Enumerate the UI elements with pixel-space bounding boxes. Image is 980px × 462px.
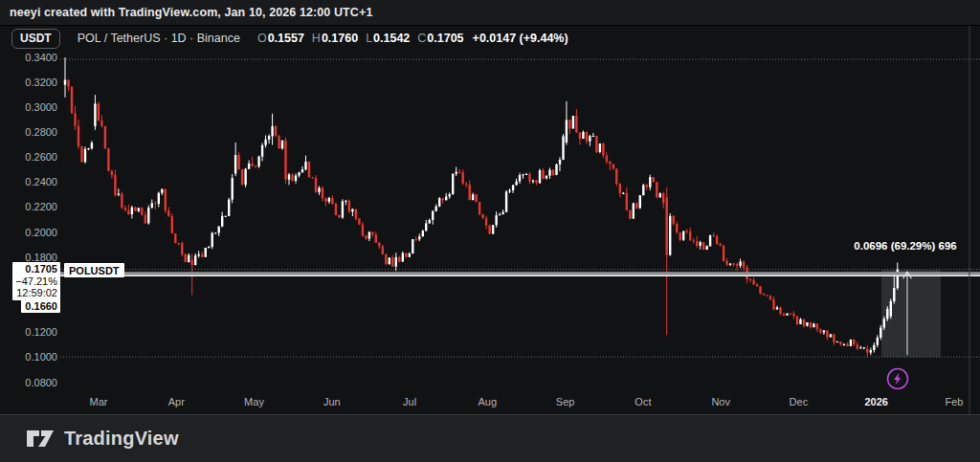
price-tick-label: 0.3000 [4, 101, 57, 113]
price-tick-label: 0.1000 [4, 351, 57, 363]
time-tick-label: Oct [635, 396, 651, 407]
symbol-line-label[interactable]: POLUSDT [64, 263, 124, 277]
high-label: H [312, 32, 321, 45]
time-axis[interactable]: MarAprMayJunJulAugSepOctNovDec2026Feb [0, 392, 980, 414]
current-price-label: 0.1705 −47.21% 12:59:02 [12, 262, 60, 300]
price-tick-label: 0.2400 [4, 176, 57, 187]
time-tick-label: Mar [90, 396, 108, 407]
price-tick-label: 0.2800 [4, 126, 57, 138]
price-tick-label: 0.3200 [4, 77, 57, 88]
change-percent-value: −47.21% [14, 275, 57, 288]
close-label: C [417, 32, 426, 45]
low-value: 0.1542 [373, 32, 410, 45]
time-tick-label: Dec [790, 396, 809, 407]
current-price-value: 0.1705 [14, 263, 57, 275]
candlestick-layer [64, 57, 899, 357]
legend-row: USDT POL / TetherUS · 1D · Binance O0.15… [0, 26, 980, 51]
time-tick-label: Feb [946, 396, 964, 407]
price-tick-label: 0.2200 [4, 201, 57, 212]
lightning-icon [885, 366, 910, 391]
flash-button[interactable] [885, 366, 910, 391]
price-tick-label: 0.1200 [4, 326, 57, 338]
bar-countdown: 12:59:02 [14, 287, 57, 299]
price-axis[interactable]: 0.34000.32000.30000.28000.26000.24000.22… [0, 26, 61, 414]
price-tick-label: 0.2000 [4, 227, 57, 238]
price-tick-label: 0.0800 [4, 377, 57, 388]
low-label: L [366, 32, 372, 45]
high-value: 0.1760 [322, 32, 358, 45]
symbol-title[interactable]: POL / TetherUS · 1D · Binance [78, 32, 240, 45]
time-tick-label: May [244, 396, 264, 407]
close-value: 0.1705 [427, 32, 463, 45]
price-range-label[interactable]: 0.0696 (69.29%) 696 [854, 240, 956, 252]
drawings-layer[interactable] [60, 26, 980, 414]
change-value: +0.0147 (+9.44%) [473, 32, 568, 45]
time-tick-label: 2026 [864, 396, 887, 407]
time-tick-label: Nov [711, 396, 730, 407]
price-tick-label: 0.2600 [4, 151, 57, 163]
time-tick-label: Jul [403, 396, 416, 407]
time-tick-label: Jun [323, 396, 341, 407]
price-tick-label: 0.3400 [4, 52, 57, 63]
time-tick-label: Aug [479, 396, 498, 407]
price-tick-label: 0.1800 [4, 252, 57, 263]
hline-price-label: 0.1660 [21, 298, 60, 313]
time-tick-label: Apr [168, 396, 185, 407]
open-label: O [257, 32, 267, 45]
currency-toggle-button[interactable]: USDT [11, 29, 60, 49]
time-tick-label: Sep [556, 396, 575, 407]
ohlc-values: O0.1557 H0.1760 L0.1542 C0.1705 +0.0147 … [250, 32, 568, 45]
open-value: 0.1557 [268, 32, 304, 45]
price-range-box[interactable] [881, 270, 941, 357]
